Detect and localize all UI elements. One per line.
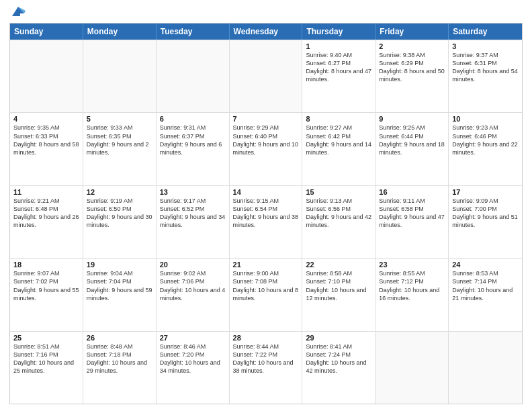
header-day: Friday — [375, 24, 449, 40]
day-info: Sunrise: 9:07 AM Sunset: 7:02 PM Dayligh… — [13, 269, 79, 302]
calendar-cell: 12Sunrise: 9:19 AM Sunset: 6:50 PM Dayli… — [83, 186, 157, 258]
calendar-cell: 7Sunrise: 9:29 AM Sunset: 6:40 PM Daylig… — [230, 113, 303, 185]
day-number: 24 — [452, 261, 519, 269]
calendar-body: 1Sunrise: 9:40 AM Sunset: 6:27 PM Daylig… — [10, 40, 522, 404]
day-info: Sunrise: 9:35 AM Sunset: 6:33 PM Dayligh… — [13, 124, 79, 156]
logo — [9, 9, 26, 19]
calendar-cell: 11Sunrise: 9:21 AM Sunset: 6:48 PM Dayli… — [10, 186, 83, 258]
day-number: 10 — [452, 115, 519, 123]
day-info: Sunrise: 9:00 AM Sunset: 7:08 PM Dayligh… — [233, 269, 299, 302]
calendar-header: SundayMondayTuesdayWednesdayThursdayFrid… — [10, 24, 522, 40]
header-day: Tuesday — [157, 24, 230, 40]
day-info: Sunrise: 9:27 AM Sunset: 6:42 PM Dayligh… — [306, 124, 371, 156]
day-number: 23 — [379, 261, 445, 269]
calendar-cell: 20Sunrise: 9:02 AM Sunset: 7:06 PM Dayli… — [157, 259, 230, 330]
day-info: Sunrise: 9:17 AM Sunset: 6:52 PM Dayligh… — [160, 197, 226, 230]
svg-marker-0 — [12, 7, 24, 16]
header-day: Sunday — [10, 24, 83, 40]
calendar-cell: 27Sunrise: 8:46 AM Sunset: 7:20 PM Dayli… — [157, 332, 230, 404]
calendar-row: 18Sunrise: 9:07 AM Sunset: 7:02 PM Dayli… — [10, 258, 522, 330]
calendar-cell: 1Sunrise: 9:40 AM Sunset: 6:27 PM Daylig… — [302, 40, 375, 112]
day-number: 6 — [160, 115, 226, 123]
calendar-cell: 22Sunrise: 8:58 AM Sunset: 7:10 PM Dayli… — [302, 259, 375, 330]
day-info: Sunrise: 9:40 AM Sunset: 6:27 PM Dayligh… — [306, 51, 371, 84]
day-number: 11 — [13, 188, 79, 196]
day-number: 15 — [306, 188, 371, 196]
header — [9, 7, 523, 19]
calendar-cell: 9Sunrise: 9:25 AM Sunset: 6:44 PM Daylig… — [375, 113, 449, 185]
day-info: Sunrise: 9:33 AM Sunset: 6:35 PM Dayligh… — [87, 124, 152, 156]
day-info: Sunrise: 9:09 AM Sunset: 7:00 PM Dayligh… — [452, 197, 519, 230]
calendar-cell: 23Sunrise: 8:55 AM Sunset: 7:12 PM Dayli… — [375, 259, 449, 330]
day-info: Sunrise: 8:46 AM Sunset: 7:20 PM Dayligh… — [160, 342, 226, 375]
day-info: Sunrise: 9:25 AM Sunset: 6:44 PM Dayligh… — [379, 124, 445, 156]
day-info: Sunrise: 9:37 AM Sunset: 6:31 PM Dayligh… — [452, 51, 519, 84]
day-info: Sunrise: 9:29 AM Sunset: 6:40 PM Dayligh… — [233, 124, 299, 156]
day-info: Sunrise: 8:44 AM Sunset: 7:22 PM Dayligh… — [233, 342, 299, 375]
calendar-cell — [375, 332, 449, 404]
calendar-cell: 3Sunrise: 9:37 AM Sunset: 6:31 PM Daylig… — [449, 40, 522, 112]
day-number: 8 — [306, 115, 371, 123]
logo-icon — [11, 4, 26, 19]
day-info: Sunrise: 8:51 AM Sunset: 7:16 PM Dayligh… — [13, 342, 79, 375]
calendar-cell: 13Sunrise: 9:17 AM Sunset: 6:52 PM Dayli… — [157, 186, 230, 258]
calendar-cell: 16Sunrise: 9:11 AM Sunset: 6:58 PM Dayli… — [375, 186, 449, 258]
header-day: Monday — [83, 24, 157, 40]
day-info: Sunrise: 8:48 AM Sunset: 7:18 PM Dayligh… — [87, 342, 152, 375]
day-number: 2 — [379, 42, 445, 50]
day-number: 14 — [233, 188, 299, 196]
day-number: 7 — [233, 115, 299, 123]
page: SundayMondayTuesdayWednesdayThursdayFrid… — [0, 0, 532, 411]
day-number: 25 — [13, 334, 79, 342]
calendar-cell: 17Sunrise: 9:09 AM Sunset: 7:00 PM Dayli… — [449, 186, 522, 258]
calendar-cell — [449, 332, 522, 404]
day-number: 4 — [13, 115, 79, 123]
day-number: 5 — [87, 115, 152, 123]
day-info: Sunrise: 9:13 AM Sunset: 6:56 PM Dayligh… — [306, 197, 371, 230]
calendar-cell: 24Sunrise: 8:53 AM Sunset: 7:14 PM Dayli… — [449, 259, 522, 330]
calendar-cell: 8Sunrise: 9:27 AM Sunset: 6:42 PM Daylig… — [302, 113, 375, 185]
day-number: 18 — [13, 261, 79, 269]
day-number: 27 — [160, 334, 226, 342]
day-info: Sunrise: 8:41 AM Sunset: 7:24 PM Dayligh… — [306, 342, 371, 375]
day-info: Sunrise: 9:23 AM Sunset: 6:46 PM Dayligh… — [452, 124, 519, 156]
day-number: 22 — [306, 261, 371, 269]
day-number: 12 — [87, 188, 152, 196]
calendar-cell: 5Sunrise: 9:33 AM Sunset: 6:35 PM Daylig… — [83, 113, 157, 185]
calendar-cell — [157, 40, 230, 112]
calendar-cell: 15Sunrise: 9:13 AM Sunset: 6:56 PM Dayli… — [302, 186, 375, 258]
day-number: 9 — [379, 115, 445, 123]
calendar-row: 4Sunrise: 9:35 AM Sunset: 6:33 PM Daylig… — [10, 112, 522, 185]
day-number: 3 — [452, 42, 519, 50]
calendar-cell: 10Sunrise: 9:23 AM Sunset: 6:46 PM Dayli… — [449, 113, 522, 185]
day-info: Sunrise: 9:15 AM Sunset: 6:54 PM Dayligh… — [233, 197, 299, 230]
header-day: Thursday — [302, 24, 375, 40]
day-number: 28 — [233, 334, 299, 342]
day-info: Sunrise: 8:53 AM Sunset: 7:14 PM Dayligh… — [452, 269, 519, 302]
calendar-cell: 26Sunrise: 8:48 AM Sunset: 7:18 PM Dayli… — [83, 332, 157, 404]
day-info: Sunrise: 9:19 AM Sunset: 6:50 PM Dayligh… — [87, 197, 152, 230]
day-info: Sunrise: 9:11 AM Sunset: 6:58 PM Dayligh… — [379, 197, 445, 230]
day-number: 29 — [306, 334, 371, 342]
calendar-cell: 19Sunrise: 9:04 AM Sunset: 7:04 PM Dayli… — [83, 259, 157, 330]
calendar-row: 11Sunrise: 9:21 AM Sunset: 6:48 PM Dayli… — [10, 185, 522, 258]
day-number: 1 — [306, 42, 371, 50]
calendar: SundayMondayTuesdayWednesdayThursdayFrid… — [9, 23, 523, 404]
calendar-row: 25Sunrise: 8:51 AM Sunset: 7:16 PM Dayli… — [10, 331, 522, 404]
calendar-cell: 4Sunrise: 9:35 AM Sunset: 6:33 PM Daylig… — [10, 113, 83, 185]
calendar-cell — [230, 40, 303, 112]
day-number: 19 — [87, 261, 152, 269]
day-number: 20 — [160, 261, 226, 269]
day-info: Sunrise: 8:55 AM Sunset: 7:12 PM Dayligh… — [379, 269, 445, 302]
calendar-cell: 25Sunrise: 8:51 AM Sunset: 7:16 PM Dayli… — [10, 332, 83, 404]
day-info: Sunrise: 9:38 AM Sunset: 6:29 PM Dayligh… — [379, 51, 445, 84]
header-day: Wednesday — [230, 24, 303, 40]
day-number: 13 — [160, 188, 226, 196]
calendar-cell — [10, 40, 83, 112]
calendar-cell: 2Sunrise: 9:38 AM Sunset: 6:29 PM Daylig… — [375, 40, 449, 112]
day-info: Sunrise: 9:04 AM Sunset: 7:04 PM Dayligh… — [87, 269, 152, 302]
day-number: 21 — [233, 261, 299, 269]
calendar-cell: 6Sunrise: 9:31 AM Sunset: 6:37 PM Daylig… — [157, 113, 230, 185]
header-day: Saturday — [449, 24, 522, 40]
day-info: Sunrise: 9:31 AM Sunset: 6:37 PM Dayligh… — [160, 124, 226, 156]
